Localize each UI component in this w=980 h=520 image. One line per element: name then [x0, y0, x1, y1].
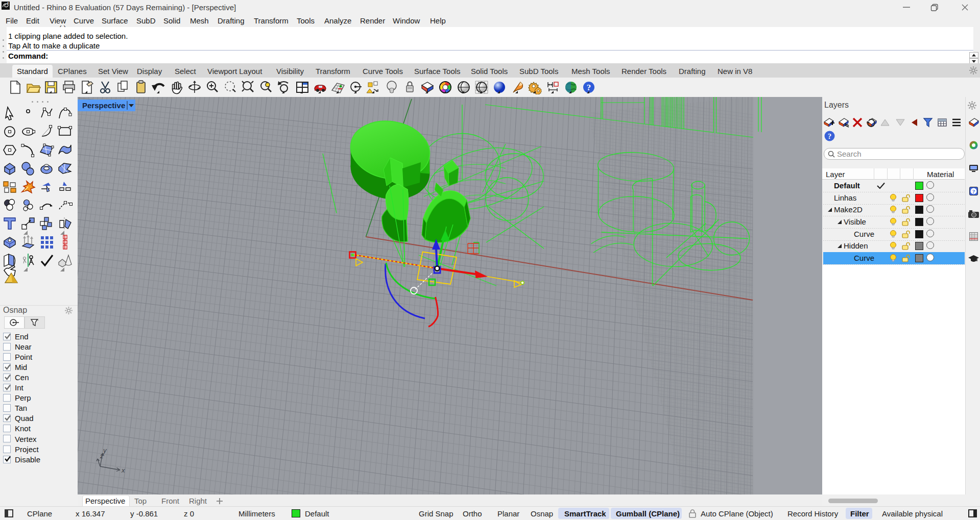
svg-text:x: x — [121, 466, 125, 474]
svg-text:?: ? — [828, 132, 832, 140]
svg-text:z: z — [100, 452, 104, 460]
svg-text:?: ? — [972, 188, 975, 194]
svg-text:Perspective: Perspective — [82, 101, 125, 110]
svg-text:?: ? — [587, 83, 591, 92]
